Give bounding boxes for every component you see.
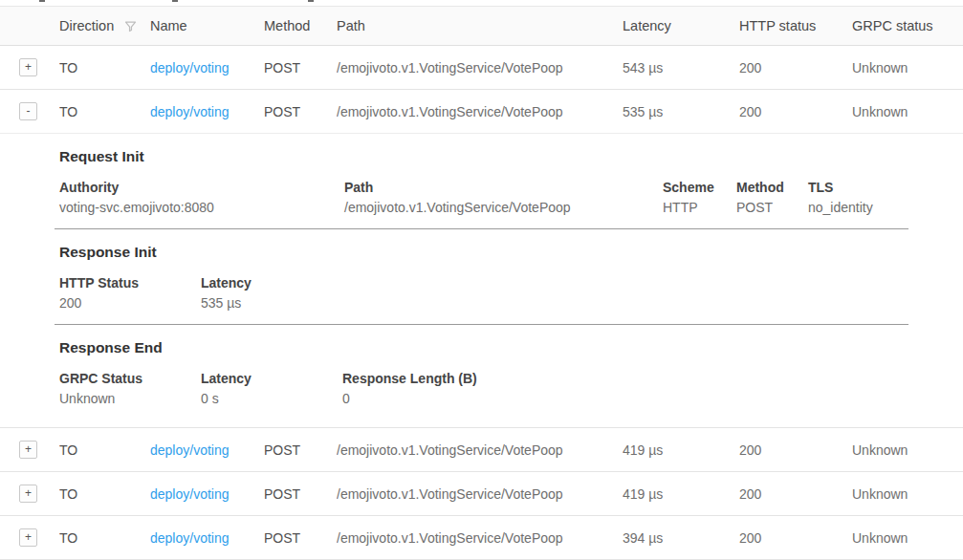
clipped-content-strip [0,0,963,6]
detail-field: Latency 535 µs [201,273,252,313]
field-value: 0 s [201,389,342,409]
cell-method: POST [264,486,337,502]
row-detail-panel: Request Init Authority voting-svc.emojiv… [0,134,963,428]
table-row: + TO deploy/voting POST /emojivoto.v1.Vo… [0,472,963,516]
expand-row-button[interactable]: + [19,58,37,76]
cell-http-status: 200 [739,486,852,502]
detail-field: GRPC Status Unknown [59,369,201,409]
field-value: voting-svc.emojivoto:8080 [59,198,344,218]
cell-latency: 419 µs [623,442,739,458]
cell-grpc-status: Unknown [852,530,963,546]
filter-icon[interactable] [123,19,138,33]
column-header-path: Path [337,18,623,33]
request-init-section: Request Init Authority voting-svc.emojiv… [55,134,908,229]
cell-grpc-status: Unknown [852,486,963,502]
field-value: HTTP [663,198,736,218]
cell-latency: 535 µs [623,104,739,119]
cell-latency: 543 µs [623,60,739,75]
detail-field: Latency 0 s [201,369,342,409]
column-header-name: Name [150,18,264,33]
column-header-direction-label: Direction [59,18,114,33]
cell-direction: TO [59,530,150,546]
tap-results-page: Direction Name Method Path Latency HTTP … [0,0,963,560]
table-row: + TO deploy/voting POST /emojivoto.v1.Vo… [0,428,963,472]
detail-field: Authority voting-svc.emojivoto:8080 [59,178,344,218]
cell-latency: 419 µs [623,486,739,502]
cell-http-status: 200 [739,60,852,75]
collapse-row-button[interactable]: - [19,102,37,120]
expand-row-button[interactable]: + [19,441,37,459]
field-value: Unknown [59,389,201,409]
field-value: 200 [59,293,201,313]
column-header-method: Method [264,18,337,33]
cell-path: /emojivoto.v1.VotingService/VotePoop [337,486,623,502]
detail-field: TLS no_identity [808,178,873,218]
detail-field: Response Length (B) 0 [342,369,477,409]
cell-grpc-status: Unknown [852,60,963,75]
column-header-http-status: HTTP status [739,18,852,33]
clipped-text-fragment [172,0,178,2]
cell-direction: TO [59,60,150,75]
section-title: Request Init [55,147,908,166]
table-row: + TO deploy/voting POST /emojivoto.v1.Vo… [0,516,963,560]
cell-method: POST [264,442,337,458]
field-label: Authority [59,178,344,198]
cell-path: /emojivoto.v1.VotingService/VotePoop [337,60,623,75]
column-header-grpc-status: GRPC status [852,18,963,33]
detail-field: HTTP Status 200 [59,273,201,313]
clipped-text-fragment [39,0,45,2]
resource-link[interactable]: deploy/voting [150,530,230,546]
cell-path: /emojivoto.v1.VotingService/VotePoop [337,104,623,119]
field-value: POST [736,198,808,218]
detail-field: Scheme HTTP [663,178,736,218]
cell-path: /emojivoto.v1.VotingService/VotePoop [337,442,623,458]
resource-link[interactable]: deploy/voting [150,60,230,75]
cell-direction: TO [59,104,150,119]
cell-method: POST [264,60,337,75]
field-label: Response Length (B) [342,369,477,389]
section-title: Response Init [55,243,908,262]
cell-method: POST [264,530,337,546]
cell-latency: 394 µs [623,530,739,546]
resource-link[interactable]: deploy/voting [150,442,230,458]
field-label: Path [344,178,663,198]
field-value: 0 [342,389,477,409]
response-init-section: Response Init HTTP Status 200 Latency 53… [55,229,908,325]
detail-field: Path /emojivoto.v1.VotingService/VotePoo… [344,178,663,218]
detail-field: Method POST [736,178,808,218]
cell-http-status: 200 [739,104,852,119]
field-label: Latency [201,369,342,389]
table-header: Direction Name Method Path Latency HTTP … [0,6,963,46]
cell-http-status: 200 [739,442,852,458]
field-label: HTTP Status [59,273,201,293]
field-label: Method [736,178,808,198]
field-label: GRPC Status [59,369,201,389]
expand-row-button[interactable]: + [19,485,37,503]
cell-grpc-status: Unknown [852,104,963,119]
expand-row-button[interactable]: + [19,528,37,547]
clipped-text-fragment [308,0,314,2]
field-value: no_identity [808,198,873,218]
field-label: Scheme [663,178,736,198]
cell-direction: TO [59,486,150,502]
field-value: /emojivoto.v1.VotingService/VotePoop [344,198,663,218]
resource-link[interactable]: deploy/voting [150,104,230,119]
field-label: TLS [808,178,873,198]
field-value: 535 µs [201,293,252,313]
cell-http-status: 200 [739,530,852,546]
column-header-latency: Latency [623,18,739,33]
column-header-direction: Direction [59,18,150,33]
table-row-expanded: - TO deploy/voting POST /emojivoto.v1.Vo… [0,90,963,134]
field-label: Latency [201,273,252,293]
cell-method: POST [264,104,337,119]
resource-link[interactable]: deploy/voting [150,486,230,502]
cell-grpc-status: Unknown [852,442,963,458]
table-row: + TO deploy/voting POST /emojivoto.v1.Vo… [0,46,963,90]
section-title: Response End [55,338,908,357]
cell-path: /emojivoto.v1.VotingService/VotePoop [337,530,623,546]
response-end-section: Response End GRPC Status Unknown Latency… [55,325,908,427]
cell-direction: TO [59,442,150,458]
